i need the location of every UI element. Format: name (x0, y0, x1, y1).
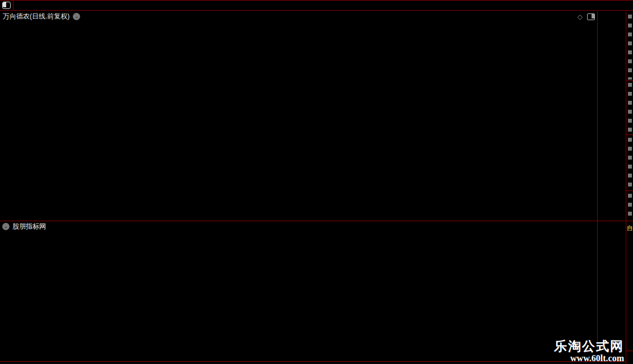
time-axis (0, 351, 625, 361)
right-side-strip[interactable]: 自 (626, 11, 633, 364)
strip-divider (626, 221, 633, 221)
indicator-price-axis (598, 231, 625, 351)
strip-divider (626, 351, 633, 351)
strip-glyphs (628, 83, 632, 133)
strip-glyphs (628, 15, 632, 80)
strip-section-char: 自 (627, 224, 633, 232)
window-layout-icon[interactable] (2, 2, 11, 9)
page-title: 万向德农(日线.前复权) (3, 12, 69, 21)
watermark: 乐淘公式网 www.60lt.com (554, 340, 624, 363)
strip-divider (626, 134, 633, 135)
watermark-url: www.60lt.com (554, 353, 624, 363)
app-window: 万向德农(日线.前复权) ⌄ ◇ ⌄ 股朋指标网 (0, 0, 633, 364)
indicator-source: 股朋指标网 (12, 222, 46, 231)
strip-glyphs (628, 194, 632, 220)
chart-title-bar: 万向德农(日线.前复权) ⌄ ◇ (0, 11, 625, 22)
title-icons: ◇ (578, 13, 595, 21)
chevron-down-icon[interactable]: ⌄ (73, 13, 80, 20)
diamond-icon[interactable]: ◇ (578, 13, 583, 21)
bottom-cutoff-row (0, 362, 633, 364)
strip-divider (626, 190, 633, 191)
watermark-site-name: 乐淘公式网 (554, 340, 624, 353)
axis-separator (597, 11, 598, 361)
indicator-chevron-icon[interactable]: ⌄ (2, 223, 10, 230)
toolbar-divider (13, 1, 13, 10)
main-candlestick-svg[interactable] (0, 22, 597, 221)
indicator-header: ⌄ 股朋指标网 (0, 222, 597, 231)
indicator-svg[interactable] (0, 231, 597, 351)
strip-glyphs (628, 138, 632, 189)
main-price-axis (598, 22, 625, 221)
strip-divider (626, 80, 633, 81)
indicator-chart[interactable] (0, 231, 597, 351)
top-toolbar (0, 0, 633, 11)
pane-separator (0, 221, 625, 221)
split-panel-icon[interactable] (587, 13, 595, 20)
main-chart[interactable] (0, 22, 597, 221)
